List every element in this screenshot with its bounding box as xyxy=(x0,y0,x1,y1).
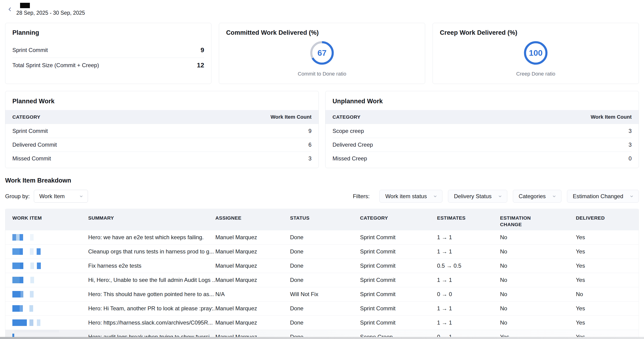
committed-card-title: Committed Work Delivered (%) xyxy=(226,29,418,36)
table-row[interactable]: Hero: Hi Team, another PR to look at ple… xyxy=(5,301,639,316)
redacted-id-block xyxy=(12,234,16,241)
category-cell: Sprint Commit xyxy=(12,128,48,134)
planning-metrics: Sprint Commit 9 Total Sprint Size (Commi… xyxy=(12,42,204,73)
creep-gauge: 100 xyxy=(523,40,548,65)
planned-work-title: Planned Work xyxy=(5,91,318,110)
category-cell: Scope creep xyxy=(332,128,364,134)
group-by-select[interactable]: Work Item xyxy=(34,190,88,203)
status-cell: Done xyxy=(290,277,360,283)
table-row[interactable]: Hero: This should have gotten pointed he… xyxy=(5,287,639,301)
status-cell: Done xyxy=(290,248,360,255)
filter-label: Categories xyxy=(519,193,546,200)
creep-card-title: Creep Work Delivered (%) xyxy=(440,29,632,36)
count-cell: 3 xyxy=(628,128,632,134)
redacted-id-block xyxy=(20,305,23,312)
work-item-table: WORK ITEM SUMMARY ASSIGNEE STATUS CATEGO… xyxy=(5,209,639,339)
redacted-id-block xyxy=(30,305,33,312)
delivered-cell: Yes xyxy=(576,263,639,269)
filter-delivery-status[interactable]: Delivery Status xyxy=(448,190,507,203)
metric-value: 9 xyxy=(200,46,204,54)
redacted-id-block xyxy=(30,234,34,241)
table-header-row: WORK ITEM SUMMARY ASSIGNEE STATUS CATEGO… xyxy=(5,209,639,230)
estimates-cell: 1 → 1 xyxy=(437,320,500,326)
summary-cell: Fix harness e2e tests xyxy=(88,263,215,269)
filter-work-item-status[interactable]: Work item status xyxy=(380,190,442,203)
committed-gauge: 67 xyxy=(310,40,334,65)
table-row[interactable]: Cleanup orgs that runs tests in harness … xyxy=(5,244,639,259)
summary-cell: Cleanup orgs that runs tests in harness … xyxy=(88,248,215,255)
creep-gauge-caption: Creep Done ratio xyxy=(440,71,632,77)
estimates-cell: 0 → 0 xyxy=(437,291,500,298)
summary-cell: Hero: we have an e2e test which keeps fa… xyxy=(88,234,215,241)
table-row[interactable]: Hero: we have an e2e test which keeps fa… xyxy=(5,230,639,244)
estimation-change-cell: No xyxy=(500,291,576,298)
group-by-value: Work Item xyxy=(39,193,65,200)
status-cell: Done xyxy=(290,263,360,269)
planned-work-card: Planned Work CATEGORY Work Item Count Sp… xyxy=(5,91,319,168)
redacted-id-block xyxy=(20,234,23,241)
redacted-id-block xyxy=(30,248,34,255)
back-button[interactable] xyxy=(6,5,14,13)
delivered-cell: No xyxy=(576,291,639,298)
unplanned-work-card: Unplanned Work CATEGORY Work Item Count … xyxy=(325,91,639,168)
count-column-header: Work Item Count xyxy=(590,114,632,120)
delivered-cell: Yes xyxy=(576,305,639,312)
creep-work-card: Creep Work Delivered (%) 100 Creep Done … xyxy=(432,23,639,84)
metric-row: Sprint Commit 9 xyxy=(12,42,204,58)
filter-label: Delivery Status xyxy=(454,193,492,200)
status-cell: Will Not Fix xyxy=(290,291,360,298)
table-body: Hero: we have an e2e test which keeps fa… xyxy=(5,230,639,339)
redacted-id-block xyxy=(37,320,40,326)
redacted-id-block xyxy=(30,291,34,298)
table-row[interactable]: Hero: https://harness.slack.com/archives… xyxy=(5,316,639,330)
table-row[interactable]: Fix harness e2e tests Manuel Marquez Don… xyxy=(5,259,639,273)
redacted-id-block xyxy=(20,277,23,283)
table-row: Delivered Commit 6 xyxy=(12,138,312,152)
category-cell: Sprint Commit xyxy=(360,277,437,283)
estimation-change-cell: No xyxy=(500,320,576,326)
work-item-breakdown-title: Work Item Breakdown xyxy=(5,177,639,184)
delivered-cell: Yes xyxy=(576,320,639,326)
chevron-down-icon xyxy=(629,194,634,199)
work-item-id-redacted xyxy=(12,245,88,259)
category-cell: Sprint Commit xyxy=(360,263,437,269)
estimates-cell: 1 → 1 xyxy=(437,305,500,312)
committed-work-card: Committed Work Delivered (%) 67 Commit t… xyxy=(219,23,425,84)
filter-estimation-changed[interactable]: Estimation Changed xyxy=(567,190,639,203)
chevron-down-icon xyxy=(498,194,502,199)
redacted-id-block xyxy=(12,320,27,326)
work-item-id-redacted xyxy=(12,230,88,244)
summary-cell: Hi, Hero:, Unable to see the full admin … xyxy=(88,277,215,283)
work-item-id-redacted xyxy=(12,302,88,316)
redacted-id-block xyxy=(12,291,20,298)
col-header-estimates: ESTIMATES xyxy=(437,209,500,221)
metric-value: 12 xyxy=(197,61,204,69)
table-row: Delivered Creep 3 xyxy=(332,138,632,152)
assignee-cell: Manuel Marquez xyxy=(215,263,290,269)
category-cell: Missed Commit xyxy=(12,155,51,162)
metric-row: Total Sprint Size (Commit + Creep) 12 xyxy=(12,58,204,73)
count-column-header: Work Item Count xyxy=(270,114,312,120)
estimation-change-cell: No xyxy=(500,234,576,241)
sprint-title-redacted xyxy=(20,3,30,8)
assignee-cell: Manuel Marquez xyxy=(215,305,290,312)
assignee-cell: Manuel Marquez xyxy=(215,277,290,283)
summary-cards-row: Planning Sprint Commit 9 Total Sprint Si… xyxy=(5,23,639,84)
category-cell: Sprint Commit xyxy=(360,248,437,255)
count-cell: 9 xyxy=(308,128,312,134)
delivered-cell: Yes xyxy=(576,277,639,283)
estimation-change-cell: No xyxy=(500,277,576,283)
redacted-id-block xyxy=(30,320,33,326)
redacted-id-block xyxy=(30,277,34,283)
table-row: Sprint Commit 9 xyxy=(12,124,312,138)
planning-card: Planning Sprint Commit 9 Total Sprint Si… xyxy=(5,23,212,84)
col-header-estimation-change: ESTIMATION CHANGE xyxy=(500,209,576,228)
table-row[interactable]: Hi, Hero:, Unable to see the full admin … xyxy=(5,273,639,287)
work-item-id-redacted xyxy=(12,259,88,273)
committed-gauge-caption: Commit to Done ratio xyxy=(226,71,418,77)
category-cell: Sprint Commit xyxy=(360,320,437,326)
unplanned-work-header: CATEGORY Work Item Count xyxy=(326,110,639,124)
count-cell: 3 xyxy=(308,155,312,162)
filter-categories[interactable]: Categories xyxy=(513,190,562,203)
redacted-id-block xyxy=(16,234,20,241)
